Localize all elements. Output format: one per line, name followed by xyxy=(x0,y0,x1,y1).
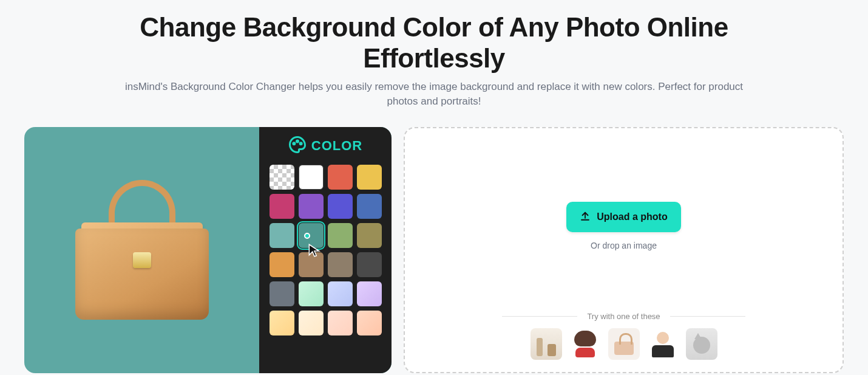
color-swatch-transparent[interactable] xyxy=(270,165,294,190)
color-swatch-peach-gradient[interactable] xyxy=(357,311,382,335)
svg-point-2 xyxy=(300,142,302,144)
color-swatch-mint-gradient[interactable] xyxy=(299,281,324,306)
svg-point-0 xyxy=(293,142,295,144)
palette-icon xyxy=(288,136,307,156)
svg-point-1 xyxy=(296,140,298,142)
color-swatch-taupe[interactable] xyxy=(328,252,353,277)
sample-thumb-handbag[interactable] xyxy=(608,328,640,360)
color-swatch-white[interactable] xyxy=(299,165,324,190)
color-swatch-cream-gradient[interactable] xyxy=(299,311,324,335)
color-swatch-sunrise-gradient[interactable] xyxy=(270,311,294,335)
color-swatch-magenta[interactable] xyxy=(270,194,294,219)
color-swatch-lilac-gradient[interactable] xyxy=(357,281,382,306)
page-subtitle: insMind's Background Color Changer helps… xyxy=(115,80,753,109)
samples-label: Try with one of these xyxy=(587,312,660,321)
color-swatch-blush-gradient[interactable] xyxy=(328,311,353,335)
color-swatch-slate[interactable] xyxy=(270,281,294,306)
upload-photo-button[interactable]: Upload a photo xyxy=(566,202,680,232)
preview-panel: COLOR xyxy=(24,127,392,373)
color-swatch-grid xyxy=(268,165,383,335)
product-preview-area xyxy=(24,127,259,373)
upload-panel[interactable]: Upload a photo Or drop an image Try with… xyxy=(404,127,844,373)
divider-icon xyxy=(502,316,577,317)
divider-icon xyxy=(670,316,745,317)
color-swatch-gold[interactable] xyxy=(357,165,382,190)
color-swatch-teal-light[interactable] xyxy=(270,223,294,248)
drop-hint-text: Or drop an image xyxy=(591,241,657,250)
color-swatch-indigo[interactable] xyxy=(328,194,353,219)
page-title: Change Background Color of Any Photo Onl… xyxy=(100,12,768,74)
sample-thumb-businesswoman[interactable] xyxy=(647,328,679,360)
upload-button-label: Upload a photo xyxy=(597,212,667,222)
color-swatch-blue[interactable] xyxy=(357,194,382,219)
color-swatch-sage[interactable] xyxy=(328,223,353,248)
color-swatch-orange[interactable] xyxy=(270,252,294,277)
upload-icon xyxy=(580,210,591,224)
product-handbag-icon xyxy=(75,180,209,320)
color-swatch-charcoal[interactable] xyxy=(357,252,382,277)
color-swatch-sky-gradient[interactable] xyxy=(328,281,353,306)
color-swatch-coral[interactable] xyxy=(328,165,353,190)
color-swatch-purple[interactable] xyxy=(299,194,324,219)
palette-label: COLOR xyxy=(311,138,362,154)
color-palette-panel: COLOR xyxy=(259,127,392,373)
sample-thumb-woman[interactable] xyxy=(569,328,601,360)
color-swatch-brown[interactable] xyxy=(299,252,324,277)
color-swatch-olive[interactable] xyxy=(357,223,382,248)
sample-images-section: Try with one of these xyxy=(405,312,843,372)
color-swatch-teal[interactable] xyxy=(299,223,324,248)
sample-thumb-cosmetics[interactable] xyxy=(531,328,562,360)
sample-thumb-cat[interactable] xyxy=(686,328,717,360)
